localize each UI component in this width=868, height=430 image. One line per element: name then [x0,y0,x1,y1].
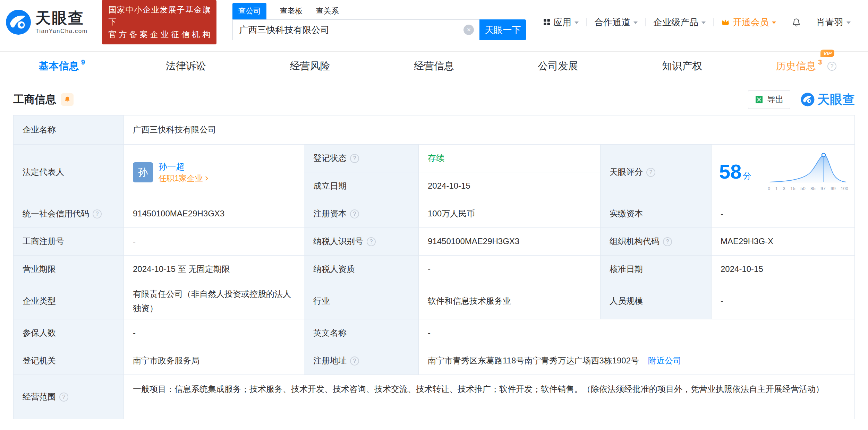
user-account[interactable]: 肖青羽 [809,16,858,28]
user-name: 肖青羽 [816,16,843,28]
watermark-logo: 天眼查 [801,91,855,108]
chevron-down-icon [633,22,638,24]
score-value: 58 [719,162,742,182]
watermark-text: 天眼查 [817,91,855,108]
field-label-registered-capital: 注册资本 [304,200,419,228]
help-icon[interactable] [663,237,672,246]
chevron-down-icon [575,22,579,24]
field-label-registration-status: 登记状态 [304,145,419,172]
search-input[interactable] [232,19,479,40]
field-label-registration-number: 工商注册号 [14,228,124,256]
score-axis-labels: 0131550859799100 [768,185,848,192]
field-label-organization-code: 组织机构代码 [601,228,712,256]
crown-icon [721,19,730,26]
nav-cooperation-label: 合作通道 [594,16,630,28]
field-value-industry: 软件和信息技术服务业 [419,283,601,319]
tab-legal-proceedings[interactable]: 法律诉讼 [124,52,248,81]
top-header: 天眼查 TianYanCha.com 国家中小企业发展子基金旗下 官方备案企业征… [0,0,868,44]
search-tab-company[interactable]: 查公司 [232,3,266,19]
tab-intellectual-property[interactable]: 知识产权 [620,52,744,81]
tab-label: 经营风险 [290,59,330,73]
help-icon[interactable] [350,154,359,163]
tab-business-info[interactable]: 经营信息 [372,52,496,81]
tab-label: 知识产权 [662,59,702,73]
nav-apps[interactable]: 应用 [536,16,586,28]
field-value-tianyan-score: 58 分 0131550859799100 [712,145,855,200]
bell-icon [792,18,801,27]
help-icon[interactable] [350,356,359,366]
chevron-down-icon [772,22,776,24]
excel-icon [755,95,764,104]
tab-label: 公司发展 [538,59,578,73]
field-value-english-name: - [419,319,855,347]
legal-rep-name-link[interactable]: 孙一超 [159,161,207,173]
tianyancha-logo[interactable]: 天眼查 TianYanCha.com [6,9,87,35]
field-value-credit-code: 91450100MAE29H3GX3 [124,200,304,228]
tab-count-badge: 3 [818,58,822,66]
vip-tag: VIP [820,50,834,57]
nav-vip-membership[interactable]: 开通会员 [714,16,784,28]
field-label-establish-date: 成立日期 [304,172,419,200]
tab-label: 经营信息 [414,59,454,73]
badge-line-1: 国家中小企业发展子基金旗下 [108,4,210,28]
badge-line-2: 官方备案企业征信机构 [108,28,210,41]
help-icon[interactable] [350,209,359,218]
field-label-industry: 行业 [304,283,419,319]
field-label-registration-authority: 登记机关 [14,347,124,375]
search-tab-boss[interactable]: 查老板 [280,6,303,19]
search-button[interactable]: 天眼一下 [479,19,526,40]
field-value-company-name: 广西三快科技有限公司 [124,115,855,145]
tab-basic-info[interactable]: 基本信息 9 [0,52,124,81]
gov-certification-badge: 国家中小企业发展子基金旗下 官方备案企业征信机构 [102,0,216,44]
field-label-approval-date: 核准日期 [601,256,712,283]
field-label-taxpayer-id: 纳税人识别号 [304,228,419,256]
field-label-insured-count: 参保人数 [14,319,124,347]
tab-count-badge: 9 [81,58,85,66]
field-value-legal-representative: 孙 孙一超 任职1家企业 [124,145,304,200]
help-icon[interactable] [367,237,376,246]
help-icon[interactable] [59,393,68,402]
field-value-approval-date: 2024-10-15 [712,256,855,283]
tianyancha-logo-icon [6,9,31,35]
help-icon[interactable] [827,62,836,71]
business-info-section-header: 工商信息 导出 天眼查 [13,90,855,109]
export-label: 导出 [767,94,784,105]
tab-operating-risk[interactable]: 经营风险 [248,52,372,81]
apps-grid-icon [543,19,550,26]
score-curve [768,152,848,184]
section-title: 工商信息 [13,92,56,107]
tab-label: 法律诉讼 [166,59,206,73]
nav-vip-label: 开通会员 [733,16,769,28]
tab-company-development[interactable]: 公司发展 [496,52,620,81]
field-label-company-name: 企业名称 [14,115,124,145]
field-label-paid-capital: 实缴资本 [601,200,712,228]
legal-rep-positions-link[interactable]: 任职1家企业 [159,173,207,184]
field-value-registration-number: - [124,228,304,256]
field-value-company-type: 有限责任公司（非自然人投资或控股的法人独资） [124,283,304,319]
help-icon[interactable] [646,168,655,177]
monitor-bell-button[interactable] [61,93,74,106]
chevron-right-icon [204,176,208,181]
score-unit: 分 [743,169,751,183]
legal-rep-avatar[interactable]: 孙 [133,162,153,182]
logo-domain: TianYanCha.com [35,28,87,35]
field-value-business-term: 2024-10-15 至 无固定期限 [124,256,304,283]
field-value-staff-size: - [712,283,855,319]
nav-apps-label: 应用 [553,16,571,28]
search-tab-relation[interactable]: 查关系 [316,6,339,19]
nav-enterprise-products[interactable]: 企业级产品 [646,16,713,28]
nav-cooperation[interactable]: 合作通道 [587,16,645,28]
business-registration-table: 企业名称 广西三快科技有限公司 法定代表人 孙 孙一超 任职1家企业 登记状态 … [13,115,855,419]
export-button[interactable]: 导出 [748,90,790,109]
chevron-down-icon [846,22,851,24]
nav-enterprise-label: 企业级产品 [653,16,698,28]
tab-history-info[interactable]: 历史信息 3 VIP [744,52,868,81]
help-icon[interactable] [93,209,102,218]
field-label-staff-size: 人员规模 [601,283,712,319]
field-value-registered-address: 南宁市青秀区东葛路118号南宁青秀万达广场西3栋1902号 附近公司 [419,347,855,375]
notification-bell[interactable] [784,18,809,27]
top-navigation: 应用 合作通道 企业级产品 开通会员 [536,16,858,28]
nearby-companies-link[interactable]: 附近公司 [648,354,681,368]
field-label-taxpayer-qualification: 纳税人资质 [304,256,419,283]
field-label-tianyan-score: 天眼评分 [601,145,712,200]
